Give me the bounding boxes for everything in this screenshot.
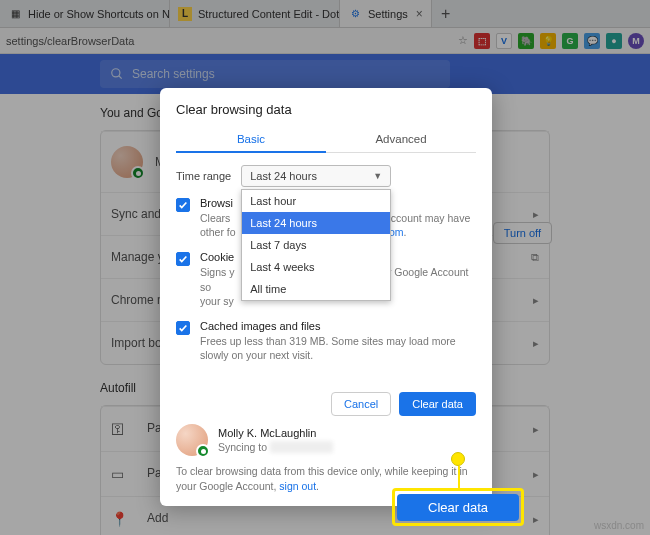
time-range-select[interactable]: Last 24 hours ▼ Last hour Last 24 hours … <box>241 165 391 187</box>
clear-data-button[interactable]: Clear data <box>399 392 476 416</box>
cached-row: Cached images and files Frees up less th… <box>176 320 476 362</box>
callout-line <box>458 466 460 490</box>
callout-box: Clear data <box>392 488 524 526</box>
account-info: Molly K. McLaughlin Syncing to <box>176 424 476 456</box>
clear-browsing-data-dialog: Clear browsing data Basic Advanced Time … <box>160 88 492 506</box>
option-last-24-hours[interactable]: Last 24 hours <box>242 212 390 234</box>
time-range-label: Time range <box>176 170 231 182</box>
option-last-hour[interactable]: Last hour <box>242 190 390 212</box>
blurred-email <box>270 441 333 453</box>
callout-dot <box>451 452 465 466</box>
account-name: Molly K. McLaughlin <box>218 427 333 439</box>
cached-checkbox[interactable] <box>176 321 190 335</box>
option-last-7-days[interactable]: Last 7 days <box>242 234 390 256</box>
select-display[interactable]: Last 24 hours ▼ <box>241 165 391 187</box>
dialog-tabs: Basic Advanced <box>176 127 476 153</box>
dialog-title: Clear browsing data <box>176 102 476 117</box>
watermark: wsxdn.com <box>594 520 644 531</box>
time-range-row: Time range Last 24 hours ▼ Last hour Las… <box>176 165 476 187</box>
dialog-actions: Cancel Clear data <box>176 392 476 416</box>
cached-title: Cached images and files <box>200 320 476 332</box>
cookies-checkbox[interactable] <box>176 252 190 266</box>
sync-badge-icon <box>196 444 210 458</box>
cancel-button[interactable]: Cancel <box>331 392 391 416</box>
tab-basic[interactable]: Basic <box>176 127 326 153</box>
syncing-text: Syncing to <box>218 441 333 453</box>
avatar <box>176 424 208 456</box>
callout-clear-data-button[interactable]: Clear data <box>397 494 519 521</box>
cached-desc: Frees up less than 319 MB. Some sites ma… <box>200 334 476 362</box>
tab-advanced[interactable]: Advanced <box>326 127 476 152</box>
chevron-down-icon: ▼ <box>373 171 382 181</box>
browsing-checkbox[interactable] <box>176 198 190 212</box>
select-value: Last 24 hours <box>250 170 317 182</box>
cached-content: Cached images and files Frees up less th… <box>200 320 476 362</box>
option-all-time[interactable]: All time <box>242 278 390 300</box>
time-range-dropdown: Last hour Last 24 hours Last 7 days Last… <box>241 189 391 301</box>
signout-link[interactable]: sign out <box>279 480 316 492</box>
option-last-4-weeks[interactable]: Last 4 weeks <box>242 256 390 278</box>
